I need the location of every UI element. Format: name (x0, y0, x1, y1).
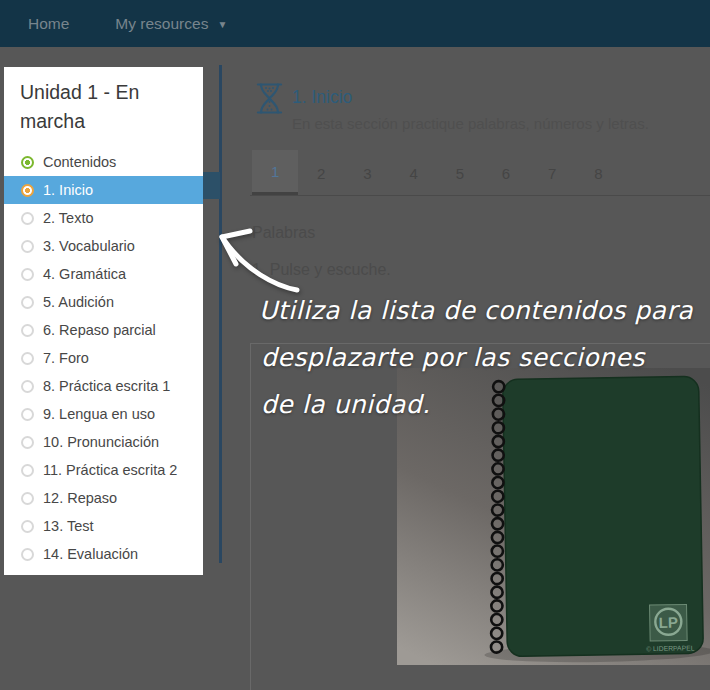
pagination: 1 2 3 4 5 6 7 8 (252, 150, 622, 196)
unit-sidebar: Unidad 1 - En marcha Contenidos 1. Inici… (4, 67, 203, 575)
radio-icon (21, 296, 34, 309)
sidebar-item-label: 9. Lengua en uso (43, 406, 155, 422)
nav-my-resources-label: My resources (115, 15, 208, 33)
page-tab-4[interactable]: 4 (391, 150, 437, 196)
sidebar-item-inicio[interactable]: 1. Inicio (4, 176, 203, 204)
sidebar-divider-line (219, 65, 222, 563)
pagination-underline (250, 195, 710, 196)
sidebar-item-audicion[interactable]: 5. Audición (4, 288, 203, 316)
hourglass-icon (255, 82, 284, 119)
sidebar-item-label: 13. Test (43, 518, 94, 534)
sidebar-item-foro[interactable]: 7. Foro (4, 344, 203, 372)
radio-active-icon (21, 184, 34, 197)
nav-home-link[interactable]: Home (28, 15, 69, 33)
radio-selected-icon (21, 156, 34, 169)
radio-icon (21, 268, 34, 281)
radio-icon (21, 492, 34, 505)
svg-text:© LIDERPAPEL: © LIDERPAPEL (646, 644, 695, 652)
sidebar-item-contenidos[interactable]: Contenidos (4, 148, 203, 176)
sidebar-item-label: 5. Audición (43, 294, 114, 310)
sidebar-item-evaluacion[interactable]: 14. Evaluación (4, 540, 203, 568)
section-title: 1. Inicio (292, 87, 352, 108)
sidebar-item-label: 2. Texto (43, 210, 94, 226)
page-tab-1[interactable]: 1 (252, 150, 298, 196)
radio-icon (21, 380, 34, 393)
radio-icon (21, 548, 34, 561)
unit-section-list: Contenidos 1. Inicio 2. Texto 3. Vocabul… (4, 148, 203, 568)
sidebar-item-label: 7. Foro (43, 350, 89, 366)
sidebar-item-repaso[interactable]: 12. Repaso (4, 484, 203, 512)
tutorial-text-line-1: Utiliza la lista de contenidos para (259, 296, 693, 325)
top-navbar: Home My resources ▼ (0, 0, 710, 47)
sidebar-item-label: 1. Inicio (43, 182, 93, 198)
sidebar-item-label: Contenidos (43, 154, 116, 170)
radio-icon (21, 352, 34, 365)
page-tab-8[interactable]: 8 (575, 150, 621, 196)
app-window: Home My resources ▼ 1. Inicio En esta s (0, 0, 710, 690)
page-tab-7[interactable]: 7 (529, 150, 575, 196)
radio-icon (21, 464, 34, 477)
chevron-down-icon: ▼ (217, 19, 227, 30)
sidebar-item-gramatica[interactable]: 4. Gramática (4, 260, 203, 288)
page-tab-3[interactable]: 3 (344, 150, 390, 196)
sidebar-item-practica-escrita-1[interactable]: 8. Práctica escrita 1 (4, 372, 203, 400)
svg-text:LP: LP (659, 614, 678, 631)
sidebar-item-label: 3. Vocabulario (43, 238, 135, 254)
radio-icon (21, 436, 34, 449)
unit-title: Unidad 1 - En marcha (20, 78, 182, 136)
sidebar-item-label: 12. Repaso (43, 490, 117, 506)
sidebar-item-label: 14. Evaluación (43, 546, 138, 562)
notebook-image[interactable]: LP © LIDERPAPEL (397, 368, 710, 665)
sidebar-item-label: 8. Práctica escrita 1 (43, 378, 170, 394)
radio-icon (21, 324, 34, 337)
sidebar-item-texto[interactable]: 2. Texto (4, 204, 203, 232)
nav-home-label: Home (28, 15, 69, 33)
sidebar-item-label: 4. Gramática (43, 266, 126, 282)
radio-icon (21, 408, 34, 421)
page-tab-6[interactable]: 6 (483, 150, 529, 196)
sidebar-item-label: 10. Pronunciación (43, 434, 159, 450)
radio-icon (21, 520, 34, 533)
tutorial-text-line-3: de la unidad. (261, 390, 431, 419)
sidebar-item-lengua-en-uso[interactable]: 9. Lengua en uso (4, 400, 203, 428)
tutorial-arrow-icon (205, 218, 315, 303)
nav-my-resources-link[interactable]: My resources ▼ (115, 15, 227, 33)
sidebar-item-practica-escrita-2[interactable]: 11. Práctica escrita 2 (4, 456, 203, 484)
active-item-extension (203, 172, 220, 199)
sidebar-item-pronunciacion[interactable]: 10. Pronunciación (4, 428, 203, 456)
sidebar-item-label: 6. Repaso parcial (43, 322, 156, 338)
tutorial-text-line-2: desplazarte por las secciones (261, 343, 645, 372)
radio-icon (21, 240, 34, 253)
sidebar-item-vocabulario[interactable]: 3. Vocabulario (4, 232, 203, 260)
radio-icon (21, 212, 34, 225)
page-tab-5[interactable]: 5 (437, 150, 483, 196)
sidebar-item-test[interactable]: 13. Test (4, 512, 203, 540)
sidebar-item-repaso-parcial[interactable]: 6. Repaso parcial (4, 316, 203, 344)
sidebar-item-label: 11. Práctica escrita 2 (43, 462, 177, 478)
page-tab-2[interactable]: 2 (298, 150, 344, 196)
section-subtitle: En esta sección practique palabras, núme… (292, 115, 649, 132)
